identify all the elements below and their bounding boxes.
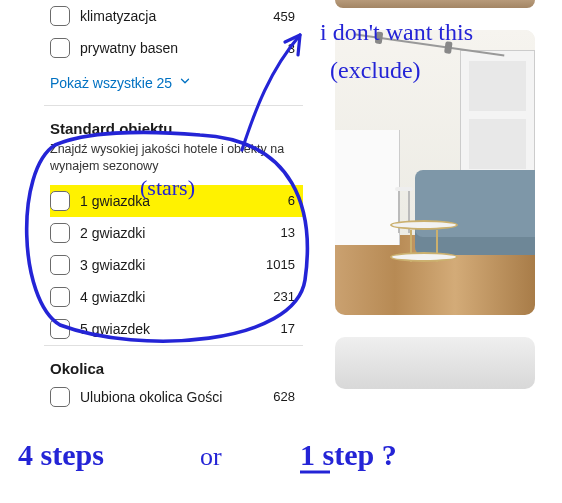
section-title-okolica: Okolica (50, 346, 303, 381)
filter-row-2-gwiazdki[interactable]: 2 gwiazdki 13 (50, 217, 303, 249)
filter-label: 2 gwiazdki (80, 225, 145, 241)
filters-panel: klimatyzacja 459 prywatny basen 3 Pokaż … (50, 0, 315, 413)
checkbox[interactable] (50, 191, 70, 211)
filter-label: 5 gwiazdek (80, 321, 150, 337)
filter-count: 6 (288, 193, 295, 208)
filter-row-prywatny-basen[interactable]: prywatny basen 3 (50, 32, 303, 64)
checkbox[interactable] (50, 387, 70, 407)
filter-count: 17 (281, 321, 295, 336)
filter-row-3-gwiazdki[interactable]: 3 gwiazdki 1015 (50, 249, 303, 281)
section-subtitle-standard: Znajdź wysokiej jakości hotele i obiekty… (50, 141, 303, 185)
listing-thumb-next[interactable] (335, 337, 535, 389)
filter-row-klimatyzacja[interactable]: klimatyzacja 459 (50, 0, 303, 32)
filter-row-5-gwiazdek[interactable]: 5 gwiazdek 17 (50, 313, 303, 345)
show-all-link[interactable]: Pokaż wszystkie 25 (50, 64, 303, 105)
checkbox[interactable] (50, 319, 70, 339)
filter-label: 1 gwiazdka (80, 193, 150, 209)
filter-count: 231 (273, 289, 295, 304)
checkbox[interactable] (50, 255, 70, 275)
filter-label: prywatny basen (80, 40, 178, 56)
checkbox[interactable] (50, 223, 70, 243)
chevron-down-icon (178, 74, 192, 91)
checkbox[interactable] (50, 287, 70, 307)
filter-label: 3 gwiazdki (80, 257, 145, 273)
filter-label: Ulubiona okolica Gości (80, 389, 222, 405)
filter-label: klimatyzacja (80, 8, 156, 24)
filter-count: 1015 (266, 257, 295, 272)
filter-count: 13 (281, 225, 295, 240)
filter-row-ulubiona-okolica[interactable]: Ulubiona okolica Gości 628 (50, 381, 303, 413)
filter-row-4-gwiazdki[interactable]: 4 gwiazdki 231 (50, 281, 303, 313)
annotation-1-step: 1 step ? (300, 438, 397, 471)
filter-count: 628 (273, 389, 295, 404)
section-title-standard: Standard obiektu (50, 106, 303, 141)
annotation-4-steps: 4 steps (18, 438, 104, 471)
listing-thumb-prev[interactable] (335, 0, 535, 8)
show-all-label: Pokaż wszystkie 25 (50, 75, 172, 91)
listing-thumb-main[interactable] (335, 30, 535, 315)
filter-label: 4 gwiazdki (80, 289, 145, 305)
checkbox[interactable] (50, 6, 70, 26)
results-column (335, 0, 535, 413)
checkbox[interactable] (50, 38, 70, 58)
annotation-or: or (200, 442, 222, 471)
filter-count: 3 (288, 41, 295, 56)
filter-row-1-gwiazdka[interactable]: 1 gwiazdka 6 (50, 185, 303, 217)
filter-count: 459 (273, 9, 295, 24)
